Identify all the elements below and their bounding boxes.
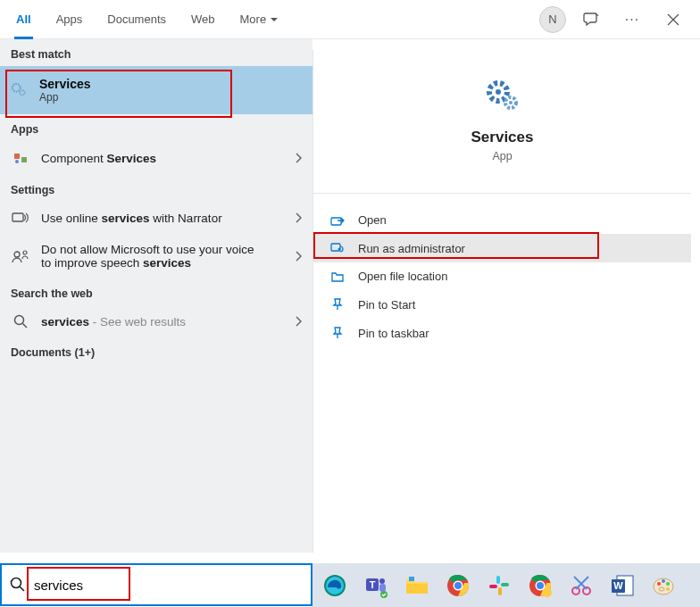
svg-point-20: [379, 578, 385, 584]
narrator-icon: [11, 211, 30, 225]
open-icon: [329, 214, 346, 227]
svg-point-12: [509, 101, 512, 104]
result-narrator[interactable]: Use online services with Narrator: [0, 202, 312, 234]
search-web-label: Search the web: [0, 279, 312, 305]
best-match-text: Services App: [39, 77, 91, 104]
action-open[interactable]: Open: [313, 206, 691, 234]
main-area: Best match Services App Apps Component S…: [0, 39, 700, 553]
close-icon[interactable]: [657, 4, 689, 36]
svg-point-43: [662, 579, 665, 583]
svg-rect-28: [496, 576, 500, 584]
action-open-location[interactable]: Open file location: [313, 262, 691, 290]
taskbar-explorer-icon[interactable]: [400, 569, 434, 603]
chevron-right-icon: [295, 212, 302, 223]
top-bar: All Apps Documents Web More N ···: [0, 0, 700, 39]
admin-icon: [329, 241, 346, 255]
result-speech[interactable]: Do not allow Microsoft to use your voice…: [0, 234, 312, 279]
tab-all[interactable]: All: [4, 0, 44, 39]
svg-text:T: T: [370, 579, 376, 590]
settings-label: Settings: [0, 175, 312, 202]
svg-point-15: [12, 578, 21, 588]
preview-panel: Services App Open Run as administrator O…: [312, 50, 691, 553]
taskbar-chrome-icon[interactable]: [441, 569, 475, 603]
svg-point-27: [454, 582, 462, 589]
result-text: Do not allow Microsoft to use your voice…: [41, 243, 264, 270]
gears-icon: [9, 80, 29, 100]
action-pin-taskbar[interactable]: Pin to taskbar: [313, 319, 691, 347]
bottom-bar: T W: [0, 563, 700, 607]
svg-rect-31: [489, 585, 497, 588]
pin-icon: [329, 326, 346, 340]
taskbar-slack-icon[interactable]: [482, 569, 516, 603]
best-match-label: Best match: [0, 39, 312, 66]
tab-web[interactable]: Web: [179, 0, 228, 39]
dropdown-icon: [270, 15, 279, 24]
best-match-title: Services: [39, 77, 91, 91]
svg-point-42: [657, 582, 661, 586]
svg-rect-13: [331, 218, 341, 225]
taskbar-word-icon[interactable]: W: [605, 569, 639, 603]
gears-icon: [481, 75, 524, 118]
svg-point-45: [666, 587, 670, 591]
action-pin-start[interactable]: Pin to Start: [313, 290, 691, 319]
documents-label: Documents (1+): [0, 337, 312, 364]
svg-point-46: [659, 587, 664, 591]
svg-rect-21: [379, 584, 386, 592]
action-label: Run as administrator: [358, 242, 465, 255]
svg-point-0: [12, 84, 21, 92]
apps-label: Apps: [0, 114, 312, 141]
action-label: Open file location: [358, 270, 447, 283]
svg-point-4: [15, 160, 19, 163]
feedback-icon[interactable]: [575, 4, 607, 36]
svg-point-34: [537, 582, 544, 589]
results-panel: Best match Services App Apps Component S…: [0, 39, 312, 553]
result-text: Component Services: [41, 152, 156, 165]
tab-documents[interactable]: Documents: [95, 0, 179, 39]
svg-point-35: [543, 588, 552, 597]
result-web[interactable]: services - See web results: [0, 305, 312, 337]
svg-point-44: [666, 582, 670, 586]
chevron-right-icon: [295, 153, 302, 163]
svg-rect-3: [21, 157, 27, 162]
tab-apps[interactable]: Apps: [44, 0, 96, 39]
taskbar: T W: [312, 563, 700, 607]
svg-point-10: [496, 89, 501, 95]
taskbar-paint-icon[interactable]: [646, 569, 680, 603]
result-text: services - See web results: [41, 315, 186, 328]
taskbar-teams-icon[interactable]: T: [359, 569, 393, 603]
action-label: Pin to taskbar: [358, 327, 429, 340]
folder-icon: [329, 270, 346, 283]
svg-point-6: [14, 252, 20, 257]
action-label: Pin to Start: [358, 298, 415, 312]
best-match-result[interactable]: Services App: [0, 66, 312, 114]
svg-text:W: W: [613, 580, 623, 591]
search-icon: [11, 314, 30, 328]
preview-title: Services: [322, 129, 682, 146]
preview-subtitle: App: [322, 150, 682, 162]
component-services-icon: [11, 150, 30, 166]
more-options-icon[interactable]: ···: [616, 4, 648, 36]
pin-icon: [329, 297, 346, 312]
result-text: Use online services with Narrator: [41, 212, 222, 225]
taskbar-snip-icon[interactable]: [564, 569, 598, 603]
action-label: Open: [358, 213, 387, 227]
action-run-admin[interactable]: Run as administrator: [313, 234, 691, 262]
search-input[interactable]: [34, 565, 311, 604]
svg-point-8: [15, 316, 24, 325]
svg-rect-2: [14, 154, 20, 159]
search-box[interactable]: [0, 563, 312, 606]
svg-rect-30: [498, 587, 502, 595]
user-avatar[interactable]: N: [539, 6, 566, 33]
speech-icon: [11, 248, 30, 264]
svg-point-7: [23, 251, 27, 254]
result-component-services[interactable]: Component Services: [0, 141, 312, 175]
taskbar-chrome-canary-icon[interactable]: [523, 569, 557, 603]
svg-point-22: [380, 591, 388, 598]
taskbar-edge-icon[interactable]: [318, 569, 352, 603]
filter-tabs: All Apps Documents Web More: [4, 0, 291, 39]
best-match-subtitle: App: [39, 91, 91, 104]
svg-rect-5: [12, 213, 23, 221]
svg-point-1: [20, 90, 25, 96]
tab-more[interactable]: More: [228, 0, 292, 39]
svg-rect-23: [406, 584, 428, 594]
